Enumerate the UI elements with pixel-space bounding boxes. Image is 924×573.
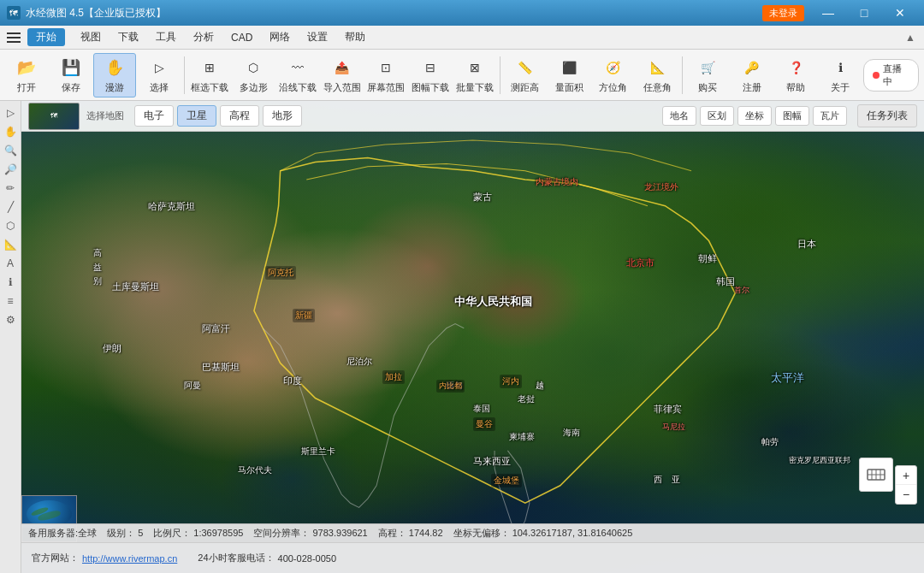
close-button[interactable]: ✕ [883,0,917,26]
screen-range-button[interactable]: ⊡ 屏幕范围 [365,53,408,97]
tile-download-icon: ⊟ [418,56,442,80]
measure-height-button[interactable]: 📏 测距高 [504,53,547,97]
filter-placename[interactable]: 地名 [662,106,696,126]
scale-svg [864,463,888,487]
polygon-label: 多边形 [240,81,268,94]
server-info: 备用服务器:全球 [28,527,97,540]
level-info: 级别： 5 [107,527,143,540]
measure-area-button[interactable]: ⬛ 量面积 [548,53,590,97]
register-button[interactable]: 🔑 注册 [731,53,773,97]
filter-district[interactable]: 区划 [700,106,734,126]
map-type-satellite[interactable]: 卫星 [177,105,216,127]
zoom-out-button[interactable]: − [896,485,916,504]
measure-area-icon: ⬛ [557,56,581,80]
tile-download-button[interactable]: ⊟ 图幅下载 [409,53,452,97]
titlebar-left: 🗺 水经微图 4.5【企业版已授权】 [7,6,166,21]
open-button[interactable]: 📂 打开 [5,53,48,97]
zoom-in-button[interactable]: + [896,466,916,485]
menu-cad[interactable]: CAD [222,28,261,47]
map-type-terrain[interactable]: 地形 [263,105,302,127]
website-link[interactable]: http://www.rivermap.cn [82,553,177,564]
map-type-elevation[interactable]: 高程 [220,105,259,127]
map-type-electronic[interactable]: 电子 [134,105,174,127]
window-controls: — □ ✕ [811,0,917,26]
left-sidebar: ▷ ✋ 🔍 🔎 ✏ ╱ ⬡ 📐 A ℹ ≡ ⚙ [0,101,21,573]
batch-download-button[interactable]: ⊠ 批量下载 [453,53,496,97]
elevation-info: 高程： 1744.82 [378,527,443,540]
scale-icon-button[interactable] [859,458,893,492]
filter-tile-frame[interactable]: 图幅 [775,106,809,126]
select-button[interactable]: ▷ 选择 [138,53,181,97]
any-angle-button[interactable]: 📐 任意角 [637,53,679,97]
map-container[interactable]: 🗺 选择地图 电子 卫星 高程 地形 地名 区划 坐标 图幅 瓦片 任务列表 哈… [21,101,924,573]
batch-download-icon: ⊠ [463,56,487,80]
zoom-controls: + − [895,465,917,505]
box-download-label: 框选下载 [191,81,228,94]
tile-download-label: 图幅下载 [412,81,449,94]
menu-settings[interactable]: 设置 [299,27,336,48]
filter-coordinates[interactable]: 坐标 [737,106,772,126]
hamburger-menu[interactable] [3,27,24,48]
coord-value: 104.32617187, 31.81640625 [512,528,633,538]
sidebar-tool-zoom-in[interactable]: 🔍 [2,142,19,159]
status-bar: 备用服务器:全球 级别： 5 比例尺： 1:36978595 空间分辨率： 97… [21,523,924,542]
sidebar-tool-line[interactable]: ╱ [2,198,19,216]
orientation-icon: 🧭 [601,56,625,80]
any-angle-icon: 📐 [645,56,669,80]
screen-range-icon: ⊡ [374,56,398,80]
scale-value: 1:36978595 [193,528,243,538]
maximize-button[interactable]: □ [847,0,881,26]
sidebar-tool-pointer[interactable]: ▷ [2,104,19,121]
menu-download[interactable]: 下载 [110,27,147,48]
collapse-button[interactable]: ▲ [900,30,921,45]
box-download-button[interactable]: ⊞ 框选下载 [188,53,231,97]
sidebar-tool-measure[interactable]: 📐 [2,236,19,253]
login-button[interactable]: 未登录 [762,5,804,21]
main-content: ▷ ✋ 🔍 🔎 ✏ ╱ ⬡ 📐 A ℹ ≡ ⚙ [0,101,924,573]
browse-button[interactable]: ✋ 漫游 [93,53,136,97]
line-download-button[interactable]: 〰 沿线下载 [276,53,319,97]
menu-view[interactable]: 视图 [72,27,110,48]
buy-button[interactable]: 🛒 购买 [686,53,729,97]
help-button[interactable]: ❓ 帮助 [775,53,818,97]
measure-height-icon: 📏 [512,56,536,80]
open-icon: 📂 [15,56,38,80]
sidebar-tool-text[interactable]: A [2,255,19,272]
sidebar-tool-zoom-out[interactable]: 🔎 [2,161,19,178]
register-icon: 🔑 [740,56,764,80]
import-range-label: 导入范围 [323,81,361,94]
divider-3 [682,56,683,94]
map-terrain [21,101,924,573]
menu-network[interactable]: 网络 [261,27,299,48]
space-info: 空间分辨率： 9783.939621 [253,527,367,540]
sidebar-tool-info[interactable]: ℹ [2,274,19,291]
menu-help[interactable]: 帮助 [336,27,374,48]
titlebar: 🗺 水经微图 4.5【企业版已授权】 未登录 — □ ✕ [0,0,924,26]
sidebar-tool-hand[interactable]: ✋ [2,123,19,140]
about-button[interactable]: ℹ 关于 [819,53,862,97]
menu-analysis[interactable]: 分析 [185,27,222,48]
save-button[interactable]: 💾 保存 [50,53,92,97]
menu-tools[interactable]: 工具 [147,27,185,48]
orientation-button[interactable]: 🧭 方位角 [592,53,635,97]
sidebar-tool-draw[interactable]: ✏ [2,180,19,197]
sidebar-tool-layers[interactable]: ≡ [2,292,19,310]
task-list-button[interactable]: 任务列表 [857,104,917,127]
live-label: 直播中 [883,62,909,88]
service-label: 24小时客服电话： [198,552,274,564]
polygon-button[interactable]: ⬡ 多边形 [232,53,275,97]
filter-tile[interactable]: 瓦片 [813,106,847,126]
measure-area-label: 量面积 [555,81,583,94]
elevation-value: 1744.82 [409,528,443,538]
import-range-button[interactable]: 📤 导入范围 [321,53,364,97]
sidebar-tool-polygon[interactable]: ⬡ [2,217,19,234]
phone-number: 400-028-0050 [278,553,337,564]
sidebar-tool-settings[interactable]: ⚙ [2,311,19,328]
map-thumbnail[interactable]: 🗺 [28,103,80,130]
select-label: 选择 [150,81,169,94]
live-button[interactable]: 直播中 [863,59,919,92]
line-download-icon: 〰 [286,56,310,80]
minimize-button[interactable]: — [811,0,845,26]
server-label: 备用服务器:全球 [28,528,97,538]
start-menu-button[interactable]: 开始 [27,28,65,46]
